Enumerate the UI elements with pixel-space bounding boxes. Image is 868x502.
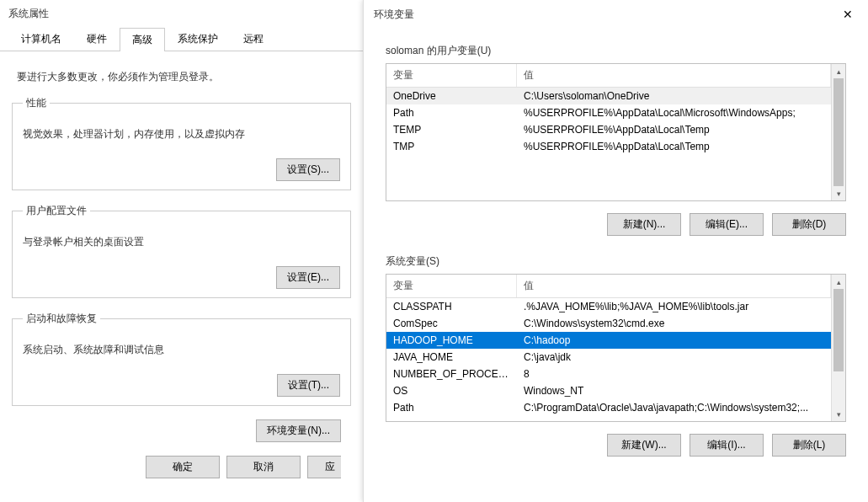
tab-3[interactable]: 系统保护 [165, 27, 231, 51]
sys-list-header[interactable]: 变量 值 [386, 275, 831, 298]
tab-row: 计算机名硬件高级系统保护远程 [0, 28, 363, 51]
cell-val: C:\ProgramData\Oracle\Java\javapath;C:\W… [517, 399, 831, 416]
table-row[interactable]: OneDriveC:\Users\soloman\OneDrive [386, 88, 831, 104]
system-properties-title: 系统属性 [0, 0, 363, 28]
ok-button[interactable]: 确定 [146, 456, 220, 478]
tab-0[interactable]: 计算机名 [8, 27, 74, 51]
col-header-variable[interactable]: 变量 [386, 64, 517, 87]
settings-button-2[interactable]: 设置(T)... [277, 374, 340, 397]
tab-4[interactable]: 远程 [231, 27, 276, 51]
group-0: 性能视觉效果，处理器计划，内存使用，以及虚拟内存设置(S)... [12, 96, 351, 190]
cell-val: C:\Windows\system32\cmd.exe [517, 315, 831, 332]
group-2: 启动和故障恢复系统启动、系统故障和调试信息设置(T)... [12, 312, 351, 406]
cell-var: ComSpec [386, 315, 517, 332]
cell-val: C:\Users\soloman\OneDrive [517, 88, 831, 104]
scroll-down-icon[interactable]: ▾ [832, 407, 845, 421]
cell-var: Path [386, 104, 517, 121]
cell-var: OneDrive [386, 88, 517, 104]
user-vars-list[interactable]: 变量 值 OneDriveC:\Users\soloman\OneDrivePa… [386, 63, 846, 201]
settings-button-1[interactable]: 设置(E)... [276, 266, 340, 289]
group-1: 用户配置文件与登录帐户相关的桌面设置设置(E)... [12, 204, 351, 298]
col-header-variable[interactable]: 变量 [386, 275, 517, 297]
table-row[interactable]: ComSpecC:\Windows\system32\cmd.exe [386, 315, 831, 332]
table-row[interactable]: NUMBER_OF_PROCESSORS8 [386, 366, 831, 382]
sys-vars-list[interactable]: 变量 值 CLASSPATH.%JAVA_HOME%\lib;%JAVA_HOM… [386, 274, 846, 422]
cell-val: %USERPROFILE%\AppData\Local\Microsoft\Wi… [517, 104, 831, 121]
table-row[interactable]: Path%USERPROFILE%\AppData\Local\Microsof… [386, 104, 831, 121]
cell-var: NUMBER_OF_PROCESSORS [386, 366, 517, 382]
close-icon[interactable]: ✕ [834, 5, 861, 24]
group-text: 系统启动、系统故障和调试信息 [23, 334, 340, 374]
sys-edit-button[interactable]: 编辑(I)... [690, 434, 764, 457]
table-row[interactable]: CLASSPATH.%JAVA_HOME%\lib;%JAVA_HOME%\li… [386, 298, 831, 315]
env-title: 环境变量 [374, 8, 414, 22]
cell-val: 8 [517, 366, 831, 382]
sys-vars-label: 系统变量(S) [364, 239, 868, 274]
cell-var: CLASSPATH [386, 298, 517, 315]
table-row[interactable]: TEMP%USERPROFILE%\AppData\Local\Temp [386, 121, 831, 138]
tab-2[interactable]: 高级 [120, 28, 165, 51]
cell-var: Path [386, 399, 517, 416]
cell-var: TMP [386, 138, 517, 155]
sys-new-button[interactable]: 新建(W)... [607, 434, 681, 457]
user-new-button[interactable]: 新建(N)... [607, 213, 681, 236]
table-row[interactable]: PathC:\ProgramData\Oracle\Java\javapath;… [386, 399, 831, 416]
environment-variables-button[interactable]: 环境变量(N)... [256, 419, 341, 442]
scroll-up-icon[interactable]: ▴ [832, 64, 845, 78]
cell-var: HADOOP_HOME [386, 332, 517, 349]
admin-hint: 要进行大多数更改，你必须作为管理员登录。 [12, 60, 351, 96]
env-header: 环境变量 ✕ [364, 0, 868, 29]
cell-var: OS [386, 382, 517, 399]
group-text: 视觉效果，处理器计划，内存使用，以及虚拟内存 [23, 119, 340, 158]
settings-button-0[interactable]: 设置(S)... [276, 158, 340, 181]
scroll-down-icon[interactable]: ▾ [832, 186, 845, 200]
table-row[interactable]: OSWindows_NT [386, 382, 831, 399]
system-properties-dialog: 系统属性 计算机名硬件高级系统保护远程 要进行大多数更改，你必须作为管理员登录。… [0, 0, 363, 502]
user-list-header[interactable]: 变量 值 [386, 64, 831, 88]
cell-var: JAVA_HOME [386, 349, 517, 366]
sys-delete-button[interactable]: 删除(L) [772, 434, 846, 457]
environment-variables-dialog: 环境变量 ✕ soloman 的用户变量(U) 变量 值 OneDriveC:\… [363, 0, 868, 502]
tab-1[interactable]: 硬件 [74, 27, 120, 51]
sys-scrollbar[interactable]: ▴ ▾ [831, 275, 845, 421]
cell-val: C:\hadoop [517, 332, 831, 349]
table-row[interactable]: JAVA_HOMEC:\java\jdk [386, 349, 831, 366]
cell-val: C:\java\jdk [517, 349, 831, 366]
scroll-up-icon[interactable]: ▴ [832, 275, 845, 289]
cell-val: .%JAVA_HOME%\lib;%JAVA_HOME%\lib\tools.j… [517, 298, 831, 315]
cell-val: %USERPROFILE%\AppData\Local\Temp [517, 138, 831, 155]
apply-button-partial[interactable]: 应 [307, 456, 341, 478]
group-legend: 启动和故障恢复 [23, 312, 100, 326]
col-header-value[interactable]: 值 [517, 275, 831, 297]
group-legend: 性能 [23, 96, 50, 110]
table-row[interactable]: TMP%USERPROFILE%\AppData\Local\Temp [386, 138, 831, 155]
cancel-button[interactable]: 取消 [226, 456, 301, 478]
user-delete-button[interactable]: 删除(D) [772, 213, 846, 236]
user-scrollbar[interactable]: ▴ ▾ [831, 64, 845, 200]
group-legend: 用户配置文件 [23, 204, 90, 218]
user-edit-button[interactable]: 编辑(E)... [690, 213, 764, 236]
col-header-value[interactable]: 值 [517, 64, 831, 87]
user-vars-label: soloman 的用户变量(U) [364, 29, 868, 63]
tab-body-advanced: 要进行大多数更改，你必须作为管理员登录。 性能视觉效果，处理器计划，内存使用，以… [0, 51, 363, 487]
table-row[interactable]: HADOOP_HOMEC:\hadoop [386, 332, 831, 349]
cell-var: TEMP [386, 121, 517, 138]
group-text: 与登录帐户相关的桌面设置 [23, 227, 340, 266]
cell-val: %USERPROFILE%\AppData\Local\Temp [517, 121, 831, 138]
cell-val: Windows_NT [517, 382, 831, 399]
